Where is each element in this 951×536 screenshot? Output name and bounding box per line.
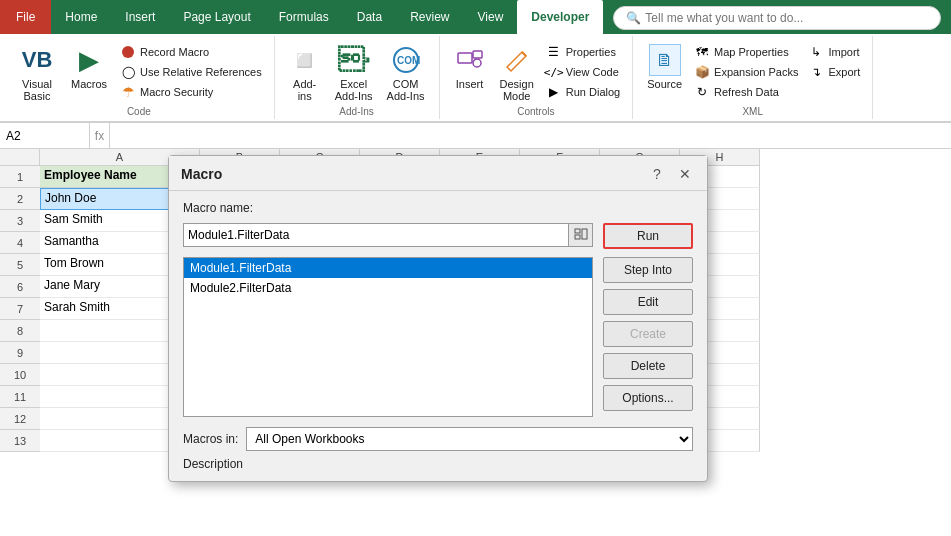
source-icon: 🗎 [649,44,681,76]
tab-view[interactable]: View [464,0,518,34]
record-macro-button[interactable]: Record Macro [116,42,266,62]
macros-in-row: Macros in: All Open WorkbooksThis Workbo… [183,427,693,451]
row-header[interactable]: 8 [0,320,40,342]
tab-page-layout[interactable]: Page Layout [169,0,264,34]
row-header[interactable]: 11 [0,386,40,408]
export-button[interactable]: ↴ Export [804,62,864,82]
excel-add-ins-label: Excel Add-Ins [335,78,373,102]
code-icon: </> [546,64,562,80]
add-ins-button[interactable]: ◽ Add- ins [283,40,327,106]
macro-name-input[interactable] [183,223,569,247]
svg-rect-7 [575,229,580,233]
properties-button[interactable]: ☰ Properties [542,42,624,62]
svg-text:E: E [365,58,367,62]
macro-list-item[interactable]: Module2.FilterData [184,278,592,298]
row-header[interactable]: 1 [0,166,40,188]
formula-icon: fx [90,123,110,148]
formula-bar: A2 fx [0,123,951,149]
macro-name-row: Macro name: [183,201,693,215]
import-label: Import [828,46,859,58]
macros-icon: ▶ [73,44,105,76]
expansion-packs-button[interactable]: 📦 Expansion Packs [690,62,802,82]
svg-point-6 [473,59,481,67]
name-box[interactable]: A2 [0,123,90,148]
tab-data[interactable]: Data [343,0,396,34]
excel-add-ins-button[interactable]:  E Excel Add-Ins [329,40,379,106]
visual-basic-label: Visual Basic [22,78,52,102]
map-icon: 🗺 [694,44,710,60]
design-mode-button[interactable]: Design Mode [494,40,540,106]
addins-group-label: Add-Ins [275,106,439,117]
row-header[interactable]: 4 [0,232,40,254]
svg-rect-8 [575,235,580,239]
insert-button[interactable]: Insert [448,40,492,94]
macro-name-expand-button[interactable] [569,223,593,247]
run-dialog-button[interactable]: ▶ Run Dialog [542,82,624,102]
macro-list-section: Module1.FilterDataModule2.FilterData Ste… [183,257,693,417]
delete-button[interactable]: Delete [603,353,693,379]
row-header[interactable]: 5 [0,254,40,276]
options-button[interactable]: Options... [603,385,693,411]
tab-bar: File Home Insert Page Layout Formulas Da… [0,0,951,34]
ribbon-group-addins: ◽ Add- ins  E Excel Add-Ins [275,36,440,119]
macros-label: Macros [71,78,107,90]
row-header[interactable]: 10 [0,364,40,386]
row-header[interactable]: 3 [0,210,40,232]
tab-insert[interactable]: Insert [111,0,169,34]
ribbon-group-code: VB Visual Basic ▶ Macros [4,36,275,119]
ribbon-group-xml: 🗎 Source 🗺 Map Properties 📦 [633,36,873,119]
step-into-button[interactable]: Step Into [603,257,693,283]
macro-list[interactable]: Module1.FilterDataModule2.FilterData [183,257,593,417]
svg-rect-4 [458,53,472,63]
row-header[interactable]: 2 [0,188,40,210]
source-button[interactable]: 🗎 Source [641,40,688,94]
properties-label: Properties [566,46,616,58]
import-button[interactable]: ↳ Import [804,42,864,62]
insert-label: Insert [456,78,484,90]
macro-name-label: Macro name: [183,201,253,215]
design-icon [501,44,533,76]
macro-security-button[interactable]: ☂ Macro Security [116,82,266,102]
design-mode-label: Design Mode [500,78,534,102]
close-button[interactable]: ✕ [675,164,695,184]
tab-developer[interactable]: Developer [517,0,603,34]
formula-input[interactable] [110,129,951,143]
tab-review[interactable]: Review [396,0,463,34]
addin-icon: ◽ [289,44,321,76]
row-header[interactable]: 13 [0,430,40,452]
help-button[interactable]: ? [647,164,667,184]
corner-cell [0,149,40,165]
svg-rect-9 [582,229,587,239]
macro-side-buttons: Step Into Edit Create Delete Options... [603,257,693,417]
description-row: Description [183,457,693,471]
refresh-data-button[interactable]: ↻ Refresh Data [690,82,802,102]
macros-button[interactable]: ▶ Macros [64,40,114,94]
row-header[interactable]: 12 [0,408,40,430]
macro-action-buttons: Run [603,223,693,249]
row-header[interactable]: 9 [0,342,40,364]
refresh-icon: ↻ [694,84,710,100]
row-header[interactable]: 6 [0,276,40,298]
tab-formulas[interactable]: Formulas [265,0,343,34]
macro-list-item[interactable]: Module1.FilterData [184,258,592,278]
tab-home[interactable]: Home [51,0,111,34]
map-properties-button[interactable]: 🗺 Map Properties [690,42,802,62]
com-add-ins-button[interactable]: COM COM Add-Ins [381,40,431,106]
search-input[interactable] [645,11,928,25]
row-header[interactable]: 7 [0,298,40,320]
view-code-button[interactable]: </> View Code [542,62,624,82]
expansion-packs-label: Expansion Packs [714,66,798,78]
visual-basic-button[interactable]: VB Visual Basic [12,40,62,106]
use-relative-button[interactable]: ◯ Use Relative References [116,62,266,82]
create-button[interactable]: Create [603,321,693,347]
run-button[interactable]: Run [603,223,693,249]
code-group-label: Code [4,106,274,117]
macros-in-select[interactable]: All Open WorkbooksThis Workbook [246,427,693,451]
macro-dialog: Macro ? ✕ Macro name: Run [168,155,708,482]
search-icon: 🔍 [626,11,641,25]
tab-file[interactable]: File [0,0,51,34]
com-icon: COM [390,44,422,76]
svg-text:COM: COM [397,55,420,66]
dialog-title: Macro [181,166,222,182]
edit-button[interactable]: Edit [603,289,693,315]
